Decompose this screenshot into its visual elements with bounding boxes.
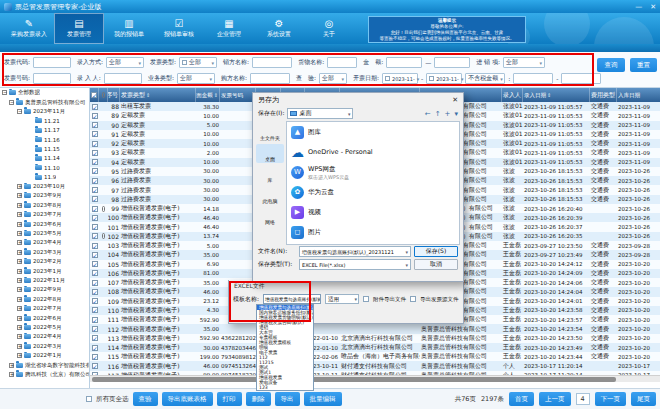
file-list-item[interactable]: ✿ 华为云盘 [287,182,459,202]
tree-node[interactable]: 2023年3月 [0,248,89,257]
tree-expander-icon[interactable] [2,90,7,95]
query-button[interactable]: 查询 [597,58,625,72]
savetype-select[interactable]: EXCEL File(*.xlsx) [299,259,411,270]
next-page-button[interactable]: 下一页 [595,392,627,406]
horizontal-scrollbar[interactable] [90,375,660,382]
tree-node[interactable]: 全部数据 [0,88,89,97]
tree-expander-icon[interactable] [17,287,22,292]
sort-icon[interactable]: ⇕ [214,92,218,98]
tree-node[interactable]: 奥普票总管科技有限公司 [0,97,89,106]
tree-node[interactable]: 2023年1月 [0,266,89,275]
notax-to-input[interactable] [561,73,601,84]
tree-expander-icon[interactable] [17,109,22,114]
dialog-place-item[interactable]: 网络 [256,207,284,226]
tree-node[interactable]: 2022年4月 [0,332,89,341]
tree-node[interactable]: 2022年3月 [0,342,89,351]
action-button[interactable]: 打印 [217,392,242,406]
notax-amount-select[interactable]: 不含税金额 [465,73,505,84]
tree-node[interactable]: 2023年11月 [0,107,89,116]
export-source-checkbox[interactable] [410,296,416,302]
tree-expander-icon[interactable] [17,278,22,283]
direction-select[interactable]: 全部 [503,57,545,68]
row-checkbox[interactable] [92,317,98,323]
row-checkbox[interactable] [92,354,98,360]
dialog-nav-icon[interactable]: ← [425,110,431,118]
ribbon-tab[interactable]: ◎ 关于 [304,13,354,44]
tree-expander-icon[interactable] [17,325,22,330]
tree-node[interactable]: 2022年9月 [0,285,89,294]
dialog-place-item[interactable]: 桌面 [256,144,284,163]
row-checkbox[interactable] [92,215,98,221]
col-record-date[interactable]: 录入日期⇕ [523,88,590,102]
row-checkbox[interactable] [92,104,98,110]
dialog-nav-icon[interactable]: ↑ [435,110,441,118]
row-checkbox[interactable] [92,150,98,156]
col-storage-date[interactable]: 入库日期 [617,88,660,102]
action-button[interactable]: 查验 [133,392,158,406]
file-list-item[interactable]: W WPS网盘 双击进入WPS云盘 [287,162,459,182]
tree-node[interactable]: 2023年10月 [0,182,89,191]
action-button[interactable]: 删除 [246,392,271,406]
action-button[interactable]: 导出底账表格 [162,392,213,406]
row-checkbox[interactable] [92,289,98,295]
row-checkbox[interactable] [92,363,98,369]
entry-mode-select[interactable]: 全部 [106,57,144,68]
template-name-select[interactable]: 增值税发票勾选底账扫(默认)1 [263,294,321,304]
export-attachment-checkbox[interactable] [363,296,369,302]
invoice-date-to[interactable]: 2023-11- [426,73,462,84]
tree-expander-icon[interactable] [17,203,22,208]
biz-type-select[interactable]: 全部 [177,73,215,84]
reset-button[interactable]: 重置 [630,58,657,72]
save-button[interactable]: 保存(S) [414,246,458,257]
tree-node[interactable]: 2023年9月 [0,191,89,200]
dialog-place-item[interactable]: 此电脑 [256,186,284,205]
tree-expander-icon[interactable] [17,353,22,358]
table-row[interactable]: 116 增值税普通发票(电子) 46.00 0974513264 2023-10… [90,361,660,370]
tree-expander-icon[interactable] [17,222,22,227]
col-invoice-type[interactable]: 发票类型⇕ [120,88,196,102]
row-checkbox[interactable] [92,252,98,258]
dialog-place-item[interactable]: 库 [256,165,284,184]
invoice-date-from[interactable]: 2023-11- [382,73,418,84]
row-checkbox[interactable] [92,178,98,184]
tree-expander-icon[interactable] [17,344,22,349]
invoice-type-checkbox[interactable] [182,60,187,65]
tree-node[interactable]: 2022年7月 [0,304,89,313]
tree-node[interactable]: 11.15 [0,144,89,153]
action-button[interactable]: 导出 [275,392,300,406]
notax-from-input[interactable] [513,73,553,84]
tree-expander-icon[interactable] [17,212,22,217]
tree-expander-icon[interactable] [17,297,22,302]
col-serial[interactable]: 序号 [108,88,120,102]
minimize-icon[interactable]: — [635,3,642,11]
file-list-item[interactable]: ☁ OneDrive - Personal [287,142,459,162]
tree-node[interactable]: 2023年6月 [0,219,89,228]
tree-node[interactable]: 11.17 [0,126,89,135]
buyer-name-input[interactable] [250,73,290,84]
file-list-item[interactable]: ◻ 图片 [287,222,459,242]
tree-node[interactable]: 2022年11月 [0,276,89,285]
row-checkbox[interactable] [92,243,98,249]
select-all-cell[interactable] [90,88,99,102]
template-option[interactable]: 123 [257,385,313,390]
tree-node[interactable]: 11.10 [0,163,89,172]
ribbon-tab[interactable]: ▦ 企业管理 [204,13,254,44]
date-to-checkbox[interactable] [429,76,434,81]
tree-expander-icon[interactable] [9,100,14,105]
file-list-item[interactable]: ▶ 视频 [287,202,459,222]
col-amount[interactable]: 票面金额⇕ [196,88,220,102]
tree-node[interactable]: 11.21 [0,116,89,125]
row-checkbox[interactable] [92,307,98,313]
tree-expander-icon[interactable] [17,193,22,198]
row-checkbox[interactable] [92,224,98,230]
filename-input[interactable]: 增值税发票勾选底账扫(默认)_20231121 [299,246,411,257]
row-checkbox[interactable] [92,196,98,202]
invoice-type-select[interactable]: 全部 [179,57,217,68]
dialog-close-icon[interactable]: ✕ [452,96,458,104]
tree-expander-icon[interactable] [17,306,22,311]
tree-node[interactable]: 11.9 [0,173,89,182]
tree-node[interactable]: 11.16 [0,135,89,144]
tree-expander-icon[interactable] [17,316,22,321]
page-number-input[interactable]: 4 [576,393,590,405]
ribbon-tab[interactable]: ▥ 我的报销单 [104,13,154,44]
